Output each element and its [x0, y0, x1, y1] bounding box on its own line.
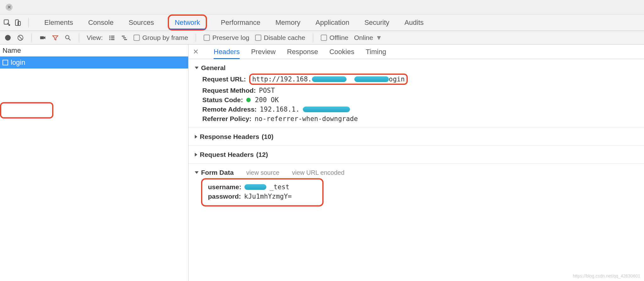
detail-tab-response[interactable]: Response: [287, 45, 318, 59]
panel-tabs: Elements Console Sources Network Perform…: [0, 14, 644, 31]
camera-icon[interactable]: [39, 34, 46, 41]
request-detail-pane: ✕ Headers Preview Response Cookies Timin…: [188, 45, 644, 281]
title-bar: ✕: [0, 0, 644, 14]
section-response-headers: Response Headers (10): [188, 128, 644, 146]
request-name: login: [11, 58, 25, 67]
view-url-encoded-link[interactable]: view URL encoded: [292, 169, 344, 176]
tab-memory[interactable]: Memory: [274, 14, 302, 30]
close-icon[interactable]: ✕: [6, 4, 13, 11]
form-username-row: username: _test: [208, 183, 318, 191]
svg-rect-11: [111, 39, 114, 40]
separator: [31, 34, 32, 42]
offline-toggle[interactable]: Offline: [321, 34, 348, 41]
disclosure-triangle-icon: [195, 135, 197, 139]
request-method-row: Request Method: POST: [202, 87, 638, 94]
referrer-policy-row: Referrer Policy: no-referrer-when-downgr…: [202, 115, 638, 123]
remote-address-row: Remote Address: 192.168.1.: [202, 106, 638, 113]
separator: [313, 34, 313, 42]
document-icon: [3, 60, 8, 65]
tab-elements[interactable]: Elements: [43, 14, 74, 30]
disable-cache-toggle[interactable]: Disable cache: [255, 34, 305, 41]
detail-tab-cookies[interactable]: Cookies: [329, 45, 354, 59]
section-general: General Request URL: http://192.168. ogi…: [188, 59, 644, 128]
request-url-row: Request URL: http://192.168. ogin: [202, 74, 638, 85]
close-detail-icon[interactable]: ✕: [193, 48, 199, 56]
requests-list-pane: Name login: [0, 45, 188, 281]
section-form-data-header[interactable]: Form Data: [195, 169, 234, 176]
separator: [28, 18, 29, 27]
detail-tabs: ✕ Headers Preview Response Cookies Timin…: [188, 45, 644, 59]
form-password-row: password: kJu1mhYzmgY=: [208, 193, 318, 200]
disclosure-triangle-icon: [195, 153, 197, 157]
view-list-icon[interactable]: [108, 34, 115, 41]
svg-rect-14: [124, 39, 127, 40]
svg-rect-8: [109, 37, 111, 38]
tab-console[interactable]: Console: [87, 14, 115, 30]
tab-security[interactable]: Security: [363, 14, 390, 30]
section-form-data: Form Data view source view URL encoded u…: [188, 164, 644, 210]
disclosure-triangle-icon: [195, 67, 199, 69]
annotation-highlight: username: _test password: kJu1mhYzmgY=: [201, 178, 324, 207]
annotation-highlight: http://192.168. ogin: [249, 74, 408, 85]
tab-sources[interactable]: Sources: [127, 14, 155, 30]
redacted-segment: [312, 76, 347, 82]
redacted-segment: [354, 76, 389, 82]
redacted-segment: [244, 184, 266, 190]
tab-network[interactable]: Network: [168, 14, 207, 30]
detail-tab-preview[interactable]: Preview: [251, 45, 276, 59]
watermark-text: https://blog.csdn.net/qq_42630601: [573, 273, 640, 278]
record-icon[interactable]: [4, 34, 11, 41]
svg-rect-12: [122, 36, 125, 36]
view-waterfall-icon[interactable]: [121, 34, 128, 41]
device-toggle-icon[interactable]: [14, 19, 21, 26]
svg-point-5: [66, 35, 69, 39]
tab-audits[interactable]: Audits: [403, 14, 425, 30]
tab-performance[interactable]: Performance: [220, 14, 262, 30]
filter-icon[interactable]: [52, 34, 59, 41]
status-ok-icon: [246, 98, 251, 102]
request-row-login[interactable]: login: [0, 57, 188, 69]
detail-tab-headers[interactable]: Headers: [214, 45, 240, 59]
separator: [79, 34, 79, 42]
network-toolbar: View: Group by frame Preserve log Disabl…: [0, 31, 644, 45]
section-general-header[interactable]: General: [195, 64, 638, 72]
svg-rect-4: [40, 36, 44, 39]
throttling-select[interactable]: Online▼: [354, 34, 382, 41]
devtools-tabs: Elements Console Sources Network Perform…: [43, 14, 425, 30]
clear-icon[interactable]: [17, 34, 24, 41]
svg-rect-9: [111, 37, 114, 38]
svg-rect-13: [123, 37, 126, 38]
section-request-headers-header[interactable]: Request Headers (12): [195, 151, 638, 158]
detail-tab-timing[interactable]: Timing: [366, 45, 386, 59]
view-label: View:: [87, 34, 103, 41]
preserve-log-toggle[interactable]: Preserve log: [204, 34, 249, 41]
status-code-row: Status Code: 200 OK: [202, 96, 638, 104]
section-response-headers-header[interactable]: Response Headers (10): [195, 133, 638, 140]
requests-list-header[interactable]: Name: [0, 45, 188, 57]
disclosure-triangle-icon: [195, 171, 199, 174]
tab-application[interactable]: Application: [314, 14, 351, 30]
close-glyph: ✕: [7, 5, 11, 9]
network-split: Name login ✕ Headers Preview Response Co…: [0, 45, 644, 281]
redacted-segment: [303, 107, 350, 112]
svg-rect-10: [109, 39, 111, 40]
view-source-link[interactable]: view source: [246, 169, 280, 176]
svg-rect-6: [109, 36, 111, 36]
inspect-icon[interactable]: [3, 19, 11, 26]
search-icon[interactable]: [64, 34, 71, 41]
svg-rect-7: [111, 36, 114, 36]
group-by-frame-toggle[interactable]: Group by frame: [134, 34, 188, 41]
separator: [196, 34, 196, 42]
section-request-headers: Request Headers (12): [188, 146, 644, 164]
